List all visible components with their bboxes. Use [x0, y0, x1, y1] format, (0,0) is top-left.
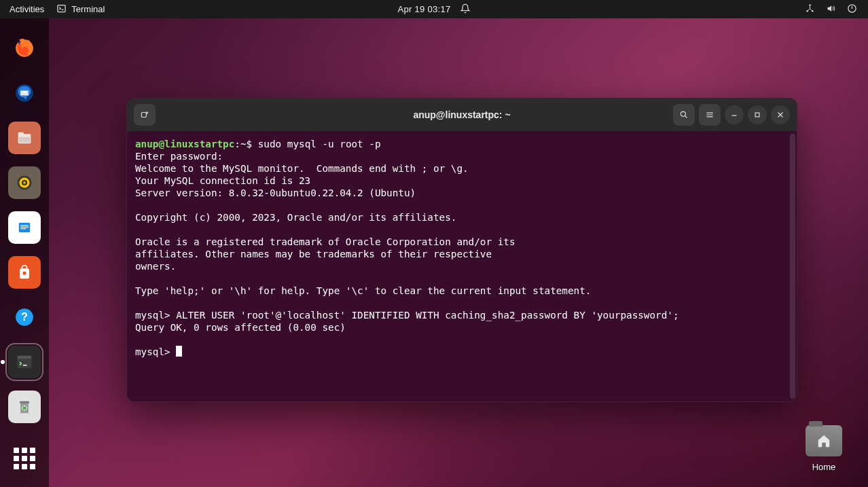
svg-point-13: [23, 181, 26, 184]
terminal-line: Welcome to the MySQL monitor. Commands e…: [135, 163, 469, 174]
terminal-line: mysql> ALTER USER 'root'@'localhost' IDE…: [135, 310, 679, 321]
new-tab-button[interactable]: [134, 104, 156, 126]
panel-clock: Apr 19 03:17: [397, 4, 450, 14]
dock-item-trash[interactable]: [8, 391, 41, 423]
svg-point-28: [681, 111, 685, 116]
dock-item-rhythmbox[interactable]: [8, 166, 41, 199]
terminal-prompt-userhost: anup@linuxstartpc: [135, 139, 234, 149]
minimize-button[interactable]: [725, 105, 744, 124]
home-folder-icon: [806, 425, 842, 456]
notification-icon: [460, 3, 471, 16]
apps-grid-icon: [14, 448, 35, 469]
search-button[interactable]: [673, 104, 695, 126]
panel-clock-area[interactable]: Apr 19 03:17: [397, 3, 470, 16]
close-button[interactable]: [771, 105, 790, 124]
dock-item-help[interactable]: ?: [8, 301, 41, 333]
desktop-home-label: Home: [812, 462, 836, 472]
terminal-line: Server version: 8.0.32-0ubuntu0.22.04.2 …: [135, 187, 416, 198]
dock-item-software[interactable]: [8, 256, 41, 289]
svg-rect-17: [20, 227, 29, 228]
svg-rect-16: [20, 226, 29, 226]
svg-rect-23: [18, 356, 32, 359]
svg-rect-0: [58, 5, 65, 12]
terminal-line: affiliates. Other names may be trademark…: [135, 249, 492, 259]
menu-button[interactable]: [699, 104, 721, 126]
dock-item-files[interactable]: [8, 122, 41, 154]
dock-item-thunderbird[interactable]: [8, 77, 41, 109]
svg-rect-19: [23, 272, 26, 275]
svg-rect-8: [18, 132, 24, 135]
network-icon[interactable]: [805, 3, 815, 16]
panel-app-menu[interactable]: Terminal: [56, 3, 105, 16]
terminal-line: Oracle is a registered trademark of Orac…: [135, 236, 515, 247]
terminal-titlebar[interactable]: anup@linuxstartpc: ~: [127, 98, 797, 131]
svg-rect-25: [20, 401, 29, 403]
volume-icon[interactable]: [826, 3, 836, 16]
terminal-line: owners.: [135, 261, 176, 272]
svg-rect-9: [19, 137, 30, 143]
terminal-line: Copyright (c) 2000, 2023, Oracle and/or …: [135, 212, 456, 223]
svg-text:?: ?: [21, 310, 28, 323]
dock-show-apps[interactable]: [8, 442, 41, 475]
terminal-prompt-command: sudo mysql -u root -p: [258, 139, 381, 149]
desktop-home-icon[interactable]: Home: [806, 425, 842, 472]
dock-item-terminal[interactable]: [8, 346, 41, 378]
activities-button[interactable]: Activities: [10, 4, 44, 14]
panel-app-name: Terminal: [71, 4, 105, 14]
svg-rect-29: [755, 113, 759, 117]
terminal-line: mysql>: [135, 346, 176, 357]
terminal-body[interactable]: anup@linuxstartpc:~$ sudo mysql -u root …: [127, 131, 797, 401]
svg-rect-27: [141, 113, 146, 118]
panel-left: Activities Terminal: [0, 3, 105, 16]
top-panel: Activities Terminal Apr 19 03:17: [0, 0, 868, 18]
terminal-window: anup@linuxstartpc: ~ anup@linuxstartpc:~…: [126, 98, 797, 402]
terminal-line: Your MySQL connection id is 23: [135, 175, 310, 186]
svg-point-1: [809, 4, 811, 6]
terminal-icon: [56, 3, 67, 16]
terminal-title: anup@linuxstartpc: ~: [127, 109, 797, 120]
terminal-line: Query OK, 0 rows affected (0.00 sec): [135, 322, 346, 333]
dock: ?: [0, 18, 49, 487]
maximize-button[interactable]: [748, 105, 767, 124]
svg-rect-18: [20, 228, 26, 229]
terminal-prompt-path: :~$: [234, 139, 257, 149]
terminal-line: Enter password:: [135, 151, 223, 162]
panel-system-tray[interactable]: [805, 3, 868, 16]
dock-item-firefox[interactable]: [8, 32, 41, 65]
dock-item-libreoffice-writer[interactable]: [8, 211, 41, 244]
power-icon[interactable]: [847, 3, 857, 16]
terminal-scrollbar[interactable]: [790, 134, 795, 399]
terminal-cursor: [176, 346, 182, 357]
terminal-line: Type 'help;' or '\h' for help. Type '\c'…: [135, 285, 591, 296]
